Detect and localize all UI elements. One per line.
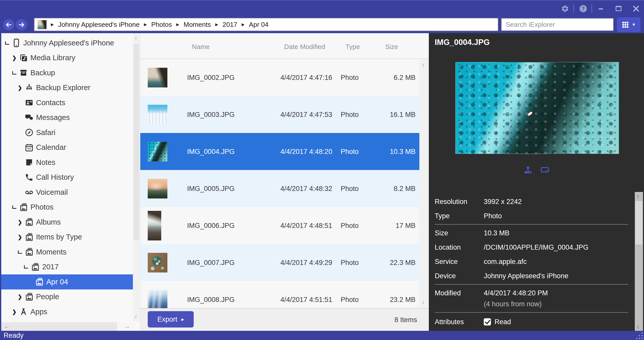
forward-button[interactable] <box>16 19 27 30</box>
sidebar-item[interactable]: ❯ Backup <box>1 65 133 80</box>
table-row[interactable]: IMG_0002.JPG 4/4/2017 4:47:16 Photo 6.2 … <box>140 59 419 96</box>
sidebar-item-label: Backup Explorer <box>36 83 90 92</box>
file-name: IMG_0003.JPG <box>187 111 235 118</box>
view-mode-button[interactable]: ▼ <box>617 17 640 32</box>
expand-toggle-icon[interactable]: ❯ <box>4 41 10 45</box>
scrollbar-thumb[interactable] <box>134 44 139 240</box>
expand-toggle-icon[interactable]: ❯ <box>17 234 23 240</box>
sidebar-item[interactable]: ❯ Backup Explorer <box>1 80 133 95</box>
export-button[interactable]: Export ▸ <box>148 311 194 327</box>
sidebar-item[interactable]: ❯ Contacts <box>1 95 133 110</box>
detail-field: Resolution 3992 x 2242 <box>435 195 628 209</box>
field-value: Johnny Appleseed's iPhone <box>484 271 628 281</box>
breadcrumb-label[interactable]: Moments <box>183 21 211 29</box>
file-date-modified: 4/4/2017 4:47:53 <box>243 111 332 118</box>
expand-toggle-icon[interactable]: ❯ <box>11 205 18 209</box>
gear-icon <box>561 5 569 13</box>
sidebar-vertical-scrollbar[interactable]: ↑ ↓ <box>133 33 140 321</box>
resize-grip-icon[interactable] <box>636 332 643 339</box>
sidebar-item[interactable]: ❯ Media Library <box>1 51 133 66</box>
sidebar-item[interactable]: ❯ Messages <box>1 110 133 125</box>
scroll-down-icon[interactable]: ↓ <box>422 298 425 305</box>
expand-toggle-icon[interactable]: ❯ <box>17 220 23 225</box>
breadcrumb-item: ▶ Photos <box>140 21 172 29</box>
table-row[interactable]: IMG_0003.JPG 4/4/2017 4:47:53 Photo 16.1… <box>140 96 419 133</box>
sidebar-item[interactable]: ❯ Call History <box>1 170 133 185</box>
photo-preview[interactable] <box>455 62 619 154</box>
chevron-down-icon: ▼ <box>632 22 636 27</box>
column-header-date-modified[interactable]: Date Modified <box>278 43 331 51</box>
expand-toggle-icon[interactable]: ❯ <box>23 265 29 269</box>
scroll-down-icon[interactable]: ↓ <box>637 323 640 329</box>
table-row[interactable]: IMG_0004.JPG 4/4/2017 4:48:20 Photo 10.3… <box>140 133 419 170</box>
scroll-right-icon[interactable]: → <box>124 323 130 329</box>
minimize-button[interactable] <box>596 4 606 14</box>
detail-scrollbar[interactable]: ↑ ↓ <box>635 192 643 331</box>
scrollbar-thumb[interactable] <box>635 201 642 245</box>
table-row[interactable]: IMG_0005.JPG 4/4/2017 4:48:32 Photo 8.2 … <box>140 170 419 207</box>
checkbox-icon[interactable] <box>484 318 491 325</box>
export-upload-button[interactable] <box>523 165 533 175</box>
sidebar-item-label: Voicemail <box>36 188 68 197</box>
scroll-down-icon[interactable]: ↓ <box>134 313 137 319</box>
sidebar-item[interactable]: ❯ Apr 04 <box>1 274 133 289</box>
expand-toggle-icon[interactable]: ❯ <box>17 294 23 299</box>
sidebar-item[interactable]: ❯ Notes <box>1 155 133 170</box>
sidebar-item[interactable]: ❯ 2017 <box>1 260 133 275</box>
sidebar-item[interactable]: ❯ Albums <box>1 215 133 230</box>
sidebar-item-icon <box>19 68 28 77</box>
close-button[interactable] <box>631 4 641 14</box>
sidebar-item[interactable]: ❯ Calendar <box>1 140 133 155</box>
expand-toggle-icon[interactable]: ❯ <box>17 85 23 90</box>
sidebar: ❯ Johnny Appleseed's iPhone ❯ Media Libr… <box>1 33 140 331</box>
scroll-up-icon[interactable]: ↑ <box>422 62 425 68</box>
scroll-up-icon[interactable]: ↑ <box>134 35 137 41</box>
expand-toggle-icon[interactable]: ❯ <box>11 71 18 75</box>
scrollbar-thumb[interactable] <box>1 322 117 331</box>
expand-toggle-icon[interactable]: ❯ <box>11 309 18 314</box>
file-date-modified: 4/4/2017 4:47:16 <box>243 74 332 81</box>
back-button[interactable] <box>3 19 14 30</box>
attribute-label: Read <box>494 318 511 326</box>
sidebar-item[interactable]: ❯ Photos <box>1 200 133 215</box>
table-row[interactable]: IMG_0007.JPG 4/4/2017 4:49:29 Photo 22.3… <box>140 244 419 281</box>
field-value: 3992 x 2242 <box>484 197 628 207</box>
expand-toggle-icon[interactable]: ❯ <box>17 250 23 254</box>
sidebar-item[interactable]: ❯ Johnny Appleseed's iPhone <box>1 35 133 51</box>
sidebar-item[interactable]: ❯ Items by Type <box>1 230 133 245</box>
sidebar-item-icon <box>25 143 33 152</box>
sidebar-item-label: Albums <box>36 218 61 226</box>
sidebar-item[interactable]: ❯ Moments <box>1 245 133 260</box>
table-row[interactable]: IMG_0008.JPG 4/4/2017 4:51:51 Photo 23.2… <box>140 281 419 308</box>
upload-icon <box>523 165 533 175</box>
chevron-right-icon: ▶ <box>144 22 147 27</box>
attribute-checkbox-row[interactable]: Read <box>484 317 628 327</box>
help-icon <box>579 5 587 13</box>
column-header-type[interactable]: Type <box>346 43 360 51</box>
sidebar-item[interactable]: ❯ Apps <box>1 304 133 319</box>
save-to-drive-button[interactable] <box>540 165 550 175</box>
file-date-modified: 4/4/2017 4:48:32 <box>243 185 332 192</box>
detail-field: Location /DCIM/100APPLE/IMG_0004.JPG <box>435 240 628 254</box>
expand-toggle-icon[interactable]: ❯ <box>11 55 18 60</box>
field-label: Service <box>435 257 484 266</box>
scroll-left-icon[interactable]: ← <box>4 323 10 329</box>
breadcrumb-label[interactable]: Photos <box>151 21 172 29</box>
sidebar-item[interactable]: ❯ Voicemail <box>1 185 133 200</box>
search-input[interactable] <box>501 18 614 31</box>
breadcrumb-label[interactable]: Apr 04 <box>249 21 269 29</box>
file-list-scrollbar[interactable]: ↑ ↓ <box>419 59 429 308</box>
column-header-name[interactable]: Name <box>192 43 210 51</box>
help-button[interactable] <box>578 4 588 14</box>
scroll-up-icon[interactable]: ↑ <box>637 193 640 200</box>
breadcrumb-label[interactable]: 2017 <box>223 21 237 29</box>
sidebar-item[interactable]: ❯ Safari <box>1 125 133 140</box>
settings-button[interactable] <box>560 4 570 14</box>
breadcrumb-label[interactable]: Johnny Appleseed's iPhone <box>58 21 140 29</box>
sidebar-item[interactable]: ❯ People <box>1 289 133 305</box>
maximize-button[interactable] <box>614 4 624 14</box>
sidebar-horizontal-scrollbar[interactable]: ← → <box>1 322 133 331</box>
column-header-size[interactable]: Size <box>385 43 398 51</box>
attributes-block: Attributes Read Write <box>435 315 628 331</box>
table-row[interactable]: IMG_0006.JPG 4/4/2017 4:48:51 Photo 17 M… <box>140 207 419 244</box>
